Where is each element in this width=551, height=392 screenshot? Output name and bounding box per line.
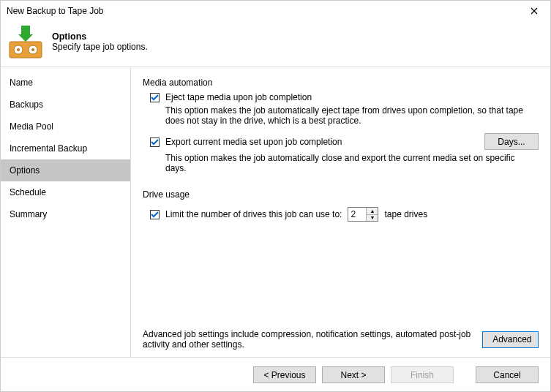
sidebar-item-name[interactable]: Name (1, 72, 130, 94)
drive-count-spinner[interactable]: ▲ ▼ (348, 207, 378, 222)
cancel-button[interactable]: Cancel (476, 366, 539, 383)
export-description: This option makes the job automatically … (165, 153, 524, 173)
sidebar-item-options[interactable]: Options (1, 159, 130, 181)
svg-point-4 (31, 48, 34, 51)
close-button[interactable] (518, 1, 550, 21)
export-label: Export current media set upon job comple… (165, 137, 342, 147)
finish-button: Finish (391, 366, 454, 383)
drive-usage-group-label: Drive usage (143, 189, 539, 200)
advanced-button[interactable]: Advanced (482, 331, 539, 348)
export-checkbox[interactable] (150, 137, 160, 147)
eject-checkbox[interactable] (150, 93, 160, 102)
sidebar-item-incremental-backup[interactable]: Incremental Backup (1, 137, 130, 159)
page-subtitle: Specify tape job options. (52, 42, 148, 52)
drive-count-suffix: tape drives (384, 209, 427, 219)
wizard-header: Options Specify tape job options. (1, 21, 550, 67)
sidebar-item-media-pool[interactable]: Media Pool (1, 116, 130, 137)
sidebar-item-backups[interactable]: Backups (1, 94, 130, 116)
tape-download-icon (8, 24, 43, 59)
close-icon (531, 7, 538, 15)
sidebar-item-schedule[interactable]: Schedule (1, 181, 130, 203)
wizard-footer: < Previous Next > Finish Cancel (1, 357, 550, 392)
days-button[interactable]: Days... (484, 133, 539, 150)
media-automation-group-label: Media automation (143, 78, 539, 88)
limit-drives-checkbox[interactable] (150, 210, 160, 219)
eject-description: This option makes the job automatically … (165, 105, 524, 126)
next-button[interactable]: Next > (322, 366, 385, 383)
drive-count-up[interactable]: ▲ (367, 208, 378, 215)
drive-count-down[interactable]: ▼ (367, 215, 378, 222)
advanced-button-label: Advanced (492, 334, 531, 344)
limit-drives-label: Limit the number of drives this job can … (165, 209, 342, 219)
advanced-description: Advanced job settings include compressio… (143, 329, 473, 350)
options-panel: Media automation Eject tape media upon j… (131, 67, 550, 357)
sidebar-item-summary[interactable]: Summary (1, 203, 130, 225)
drive-count-input[interactable] (348, 208, 366, 221)
eject-label: Eject tape media upon job completion (165, 92, 312, 102)
svg-rect-5 (21, 26, 30, 34)
previous-button[interactable]: < Previous (253, 366, 316, 383)
page-title: Options (52, 31, 148, 42)
svg-point-3 (17, 48, 20, 51)
titlebar: New Backup to Tape Job (1, 1, 550, 21)
wizard-sidebar: Name Backups Media Pool Incremental Back… (1, 67, 131, 357)
window-title: New Backup to Tape Job (7, 6, 104, 16)
